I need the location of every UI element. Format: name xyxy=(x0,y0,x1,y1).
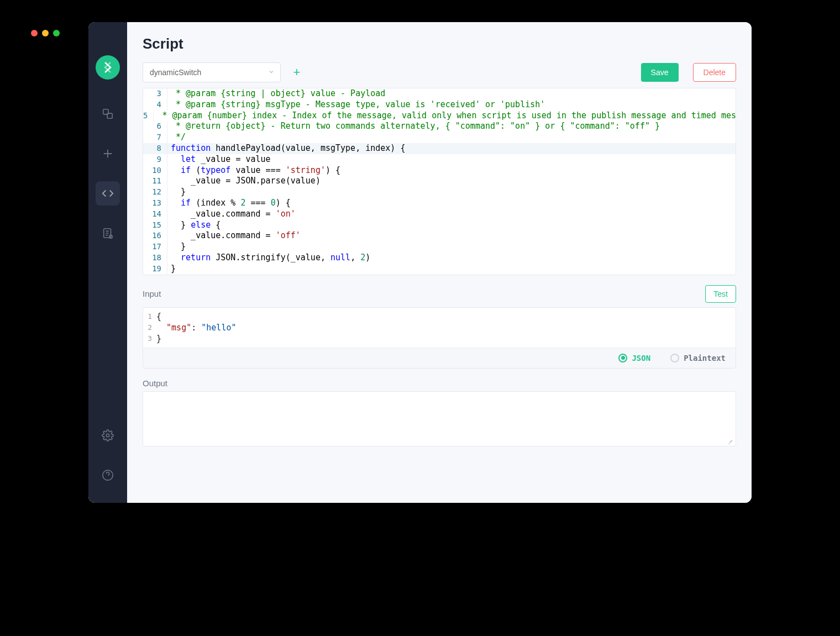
script-select[interactable]: dynamicSwitch xyxy=(143,62,281,82)
nav-settings[interactable] xyxy=(96,423,120,448)
code-content: * @param {string} msgType - Message type… xyxy=(167,99,545,111)
code-line[interactable]: 15 } else { xyxy=(143,220,736,231)
output-label: Output xyxy=(143,379,736,388)
code-content: return JSON.stringify(_value, null, 2) xyxy=(167,253,370,264)
close-window-dot[interactable] xyxy=(31,30,38,36)
code-content: _value = JSON.parse(value) xyxy=(167,176,321,187)
code-line[interactable]: 7 */ xyxy=(143,132,736,143)
input-content: } xyxy=(156,333,161,344)
line-number: 5 xyxy=(143,111,154,122)
code-content: function handlePayload(value, msgType, i… xyxy=(167,143,405,154)
code-line[interactable]: 19} xyxy=(143,264,736,275)
input-content: { xyxy=(156,311,161,322)
line-number: 10 xyxy=(143,165,167,176)
input-content: "msg": "hello" xyxy=(156,322,237,333)
maximize-window-dot[interactable] xyxy=(53,30,60,36)
nav-help[interactable] xyxy=(96,463,120,487)
line-number: 17 xyxy=(143,241,167,253)
test-button[interactable]: Test xyxy=(705,285,736,303)
code-line[interactable]: 6 * @return {object} - Return two comman… xyxy=(143,121,736,132)
code-content: if (index % 2 === 0) { xyxy=(167,198,291,209)
help-icon xyxy=(102,469,114,481)
code-content: * @param {string | object} value - Paylo… xyxy=(167,88,385,99)
code-line[interactable]: 18 return JSON.stringify(_value, null, 2… xyxy=(143,253,736,264)
radio-json[interactable]: JSON xyxy=(618,354,650,362)
chevron-down-icon xyxy=(268,68,275,77)
code-content: * @param {number} index - Index of the m… xyxy=(154,111,736,122)
line-number: 1 xyxy=(143,311,156,322)
line-number: 13 xyxy=(143,198,167,209)
code-content: * @return {object} - Return two commands… xyxy=(167,121,660,132)
line-number: 15 xyxy=(143,220,167,231)
code-content: _value.command = 'on' xyxy=(167,209,296,220)
svg-point-5 xyxy=(103,470,113,480)
sidebar xyxy=(88,22,127,503)
input-format-radios: JSON Plaintext xyxy=(143,348,736,368)
code-content: } xyxy=(167,241,186,253)
line-number: 14 xyxy=(143,209,167,220)
code-content: } else { xyxy=(167,220,221,231)
code-line[interactable]: 14 _value.command = 'on' xyxy=(143,209,736,220)
main-panel: Script dynamicSwitch + Save Delete 3 * @… xyxy=(127,22,752,503)
code-line[interactable]: 13 if (index % 2 === 0) { xyxy=(143,198,736,209)
output-box[interactable] xyxy=(143,391,736,446)
line-number: 8 xyxy=(143,143,167,154)
line-number: 4 xyxy=(143,99,167,111)
input-editor[interactable]: 1{2 "msg": "hello"3} JSON Plaintext xyxy=(143,307,736,369)
add-script-button[interactable]: + xyxy=(288,64,305,81)
svg-point-4 xyxy=(106,434,109,437)
code-line[interactable]: 3 * @param {string | object} value - Pay… xyxy=(143,88,736,99)
line-number: 11 xyxy=(143,176,167,187)
code-line[interactable]: 8function handlePayload(value, msgType, … xyxy=(143,143,736,154)
line-number: 2 xyxy=(143,322,156,333)
script-select-value: dynamicSwitch xyxy=(150,68,201,77)
nav-connections[interactable] xyxy=(96,102,120,126)
code-line[interactable]: 10 if (typeof value === 'string') { xyxy=(143,165,736,176)
code-line[interactable]: 9 let _value = value xyxy=(143,154,736,165)
code-line[interactable]: 5 * @param {number} index - Index of the… xyxy=(143,111,736,122)
line-number: 16 xyxy=(143,230,167,241)
minimize-window-dot[interactable] xyxy=(42,30,49,36)
input-line[interactable]: 1{ xyxy=(143,311,736,322)
nav-new[interactable] xyxy=(96,141,120,166)
code-content: if (typeof value === 'string') { xyxy=(167,165,340,176)
radio-plaintext[interactable]: Plaintext xyxy=(670,354,726,362)
code-line[interactable]: 4 * @param {string} msgType - Message ty… xyxy=(143,99,736,111)
toolbar: dynamicSwitch + Save Delete xyxy=(143,62,736,82)
line-number: 3 xyxy=(143,333,156,344)
line-number: 12 xyxy=(143,187,167,198)
line-number: 6 xyxy=(143,121,167,132)
app-logo xyxy=(96,55,120,80)
code-line[interactable]: 17 } xyxy=(143,241,736,253)
radio-dot-icon xyxy=(618,354,627,362)
radio-plaintext-label: Plaintext xyxy=(684,354,726,362)
radio-dot-icon xyxy=(670,354,679,362)
gear-icon xyxy=(102,429,114,441)
nav-scripts[interactable] xyxy=(96,181,120,206)
line-number: 19 xyxy=(143,264,167,275)
radio-json-label: JSON xyxy=(632,354,650,362)
app-window: Script dynamicSwitch + Save Delete 3 * @… xyxy=(88,22,752,503)
code-line[interactable]: 12 } xyxy=(143,187,736,198)
input-label: Input xyxy=(143,289,161,298)
code-line[interactable]: 16 _value.command = 'off' xyxy=(143,230,736,241)
input-section-header: Input Test xyxy=(143,285,736,303)
delete-button[interactable]: Delete xyxy=(693,63,736,82)
code-content: _value.command = 'off' xyxy=(167,230,301,241)
page-title: Script xyxy=(143,35,736,52)
line-number: 9 xyxy=(143,154,167,165)
input-line[interactable]: 3} xyxy=(143,333,736,344)
line-number: 3 xyxy=(143,88,167,99)
plus-icon: + xyxy=(293,65,301,80)
line-number: 18 xyxy=(143,253,167,264)
code-content: let _value = value xyxy=(167,154,271,165)
window-traffic-lights xyxy=(31,30,60,36)
resize-handle-icon[interactable] xyxy=(727,437,733,444)
nav-logs[interactable] xyxy=(96,221,120,245)
code-editor[interactable]: 3 * @param {string | object} value - Pay… xyxy=(143,88,736,275)
code-line[interactable]: 11 _value = JSON.parse(value) xyxy=(143,176,736,187)
line-number: 7 xyxy=(143,132,167,143)
code-content: } xyxy=(167,264,176,275)
input-line[interactable]: 2 "msg": "hello" xyxy=(143,322,736,333)
save-button[interactable]: Save xyxy=(641,63,679,82)
